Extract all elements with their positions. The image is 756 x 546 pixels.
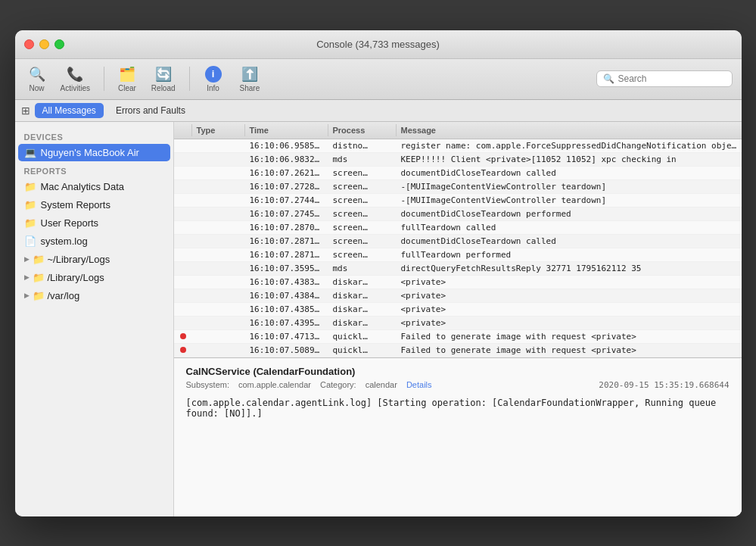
- sidebar-item-mac-analytics[interactable]: 📁 Mac Analytics Data: [18, 178, 170, 195]
- tab-errors-faults[interactable]: Errors and Faults: [108, 103, 193, 118]
- message-cell: fullTeardown called: [397, 222, 742, 233]
- now-icon: 🔍: [29, 66, 45, 83]
- process-cell: screen…: [328, 222, 397, 233]
- table-row[interactable]: 16:10:06.958598distno…register name: com…: [174, 139, 742, 153]
- sidebar-group-library-logs[interactable]: ▶ 📁 ~/Library/Logs: [18, 251, 170, 268]
- time-cell: 16:10:07.274418: [245, 195, 328, 206]
- detail-timestamp: 2020-09-15 15:35:19.668644: [599, 380, 729, 390]
- reload-button[interactable]: 🔄 Reload: [147, 64, 180, 95]
- category-value: calendar: [366, 380, 397, 390]
- table-row[interactable]: 16:10:07.272886screen…-[MUIImageContentV…: [174, 180, 742, 194]
- tab-errors-faults-label: Errors and Faults: [116, 105, 185, 116]
- subsystem-label: Subsystem:: [186, 380, 229, 390]
- table-row[interactable]: 16:10:07.359580mdsdirectQueryFetchResult…: [174, 262, 742, 276]
- process-cell: screen…: [328, 208, 397, 220]
- sidebar-item-system-reports[interactable]: 📁 System Reports: [18, 196, 170, 214]
- sidebar-group-lib-logs-label: /Library/Logs: [48, 272, 104, 283]
- now-label: Now: [29, 84, 44, 92]
- sidebar-group-var-log[interactable]: ▶ 📁 /var/log: [18, 287, 170, 304]
- search-input[interactable]: [618, 73, 726, 84]
- details-link[interactable]: Details: [406, 380, 432, 390]
- message-cell: documentDidCloseTeardown called: [397, 236, 742, 247]
- reports-section-label: Reports: [15, 162, 173, 177]
- type-cell: [192, 186, 245, 187]
- table-row[interactable]: 16:10:07.287116screen…documentDidCloseTe…: [174, 235, 742, 248]
- tab-all-messages[interactable]: All Messages: [35, 103, 104, 118]
- type-cell: [192, 335, 245, 337]
- share-button[interactable]: ⬆️ Share: [234, 64, 266, 95]
- type-cell: [192, 158, 245, 160]
- process-cell: distno…: [328, 140, 397, 151]
- process-cell: screen…: [328, 249, 397, 261]
- type-cell: [192, 322, 245, 323]
- col-header-type: Type: [192, 124, 245, 136]
- error-dot: [180, 333, 186, 339]
- time-cell: 16:10:07.508986: [245, 345, 328, 356]
- sidebar-item-user-reports[interactable]: 📁 User Reports: [18, 214, 170, 232]
- time-cell: 16:10:07.272886: [245, 181, 328, 192]
- file-icon-system-log: 📄: [24, 236, 36, 247]
- sidebar-item-system-log[interactable]: 📄 system.log: [18, 232, 170, 250]
- table-row[interactable]: 16:10:07.471346quickl…Failed to generate…: [174, 330, 742, 344]
- info-icon: i: [205, 66, 222, 83]
- log-rows[interactable]: 16:10:06.958598distno…register name: com…: [174, 139, 742, 357]
- folder-icon-library-logs: 📁: [33, 254, 45, 265]
- info-label: Info: [207, 84, 219, 92]
- table-row[interactable]: 16:10:07.274565screen…documentDidCloseTe…: [174, 207, 742, 221]
- triangle-icon-lib-logs: ▶: [24, 273, 30, 281]
- table-row[interactable]: 16:10:07.438460diskar…<private>: [174, 289, 742, 303]
- type-cell: [192, 295, 245, 296]
- time-cell: 16:10:06.983289: [245, 154, 328, 165]
- share-icon: ⬆️: [241, 66, 258, 83]
- time-cell: 16:10:06.958598: [245, 140, 328, 151]
- sidebar: Devices 💻 Nguyen's MacBook Air Reports 📁…: [15, 122, 174, 516]
- share-label: Share: [240, 84, 260, 92]
- minimize-button[interactable]: [39, 39, 49, 49]
- message-cell: <private>: [397, 317, 742, 329]
- close-button[interactable]: [24, 39, 34, 49]
- maximize-button[interactable]: [54, 39, 64, 49]
- table-row[interactable]: 16:10:07.508986quickl…Failed to generate…: [174, 344, 742, 357]
- col-header-dot: [174, 124, 192, 136]
- subsystem-value: com.apple.calendar: [238, 380, 311, 390]
- col-header-process: Process: [328, 124, 397, 136]
- table-row[interactable]: 16:10:07.438519diskar…<private>: [174, 303, 742, 317]
- clear-button[interactable]: 🗂️ Clear: [114, 64, 141, 95]
- message-cell: -[MUIImageContentViewController teardown…: [397, 195, 742, 206]
- sidebar-item-device-label: Nguyen's MacBook Air: [41, 147, 139, 158]
- message-cell: register name: com.apple.ForceSuppressed…: [397, 140, 742, 151]
- message-cell: fullTeardown performed: [397, 249, 742, 261]
- sidebar-item-macbook[interactable]: 💻 Nguyen's MacBook Air: [18, 144, 170, 161]
- table-row[interactable]: 16:10:06.983289mdsKEEP!!!!! Client <priv…: [174, 153, 742, 167]
- message-cell: KEEP!!!!! Client <private>[11052 11052] …: [397, 154, 742, 165]
- activities-label: Activities: [61, 84, 90, 92]
- detail-pane: CalNCService (CalendarFoundation) Subsys…: [174, 357, 742, 516]
- folder-icon-lib-logs: 📁: [33, 272, 45, 283]
- type-cell: [192, 226, 245, 228]
- table-row[interactable]: 16:10:07.439505diskar…<private>: [174, 317, 742, 330]
- table-row[interactable]: 16:10:07.287196screen…fullTeardown perfo…: [174, 248, 742, 262]
- col-header-time: Time: [245, 124, 328, 136]
- sidebar-group-lib-logs[interactable]: ▶ 📁 /Library/Logs: [18, 269, 170, 286]
- table-row[interactable]: 16:10:07.262186screen…documentDidCloseTe…: [174, 167, 742, 180]
- grid-icon[interactable]: ⊞: [21, 105, 30, 117]
- time-cell: 16:10:07.438460: [245, 290, 328, 301]
- time-cell: 16:10:07.287116: [245, 236, 328, 247]
- table-row[interactable]: 16:10:07.438393diskar…<private>: [174, 276, 742, 289]
- table-row[interactable]: 16:10:07.287005screen…fullTeardown calle…: [174, 221, 742, 235]
- reload-label: Reload: [151, 84, 176, 92]
- error-dot: [180, 347, 186, 353]
- type-cell: [192, 145, 245, 146]
- search-box: 🔍: [596, 70, 733, 87]
- table-row[interactable]: 16:10:07.274418screen…-[MUIImageContentV…: [174, 194, 742, 207]
- app-window: Console (34,733 messages) 🔍 Now 📞 Activi…: [15, 30, 742, 516]
- error-dot-cell: [174, 333, 192, 339]
- info-button[interactable]: i Info: [199, 64, 228, 95]
- toolbar-separator-2: [189, 67, 190, 91]
- process-cell: screen…: [328, 236, 397, 247]
- now-button[interactable]: 🔍 Now: [24, 64, 50, 95]
- time-cell: 16:10:07.471346: [245, 331, 328, 342]
- activities-button[interactable]: 📞 Activities: [56, 64, 95, 95]
- message-cell: Failed to generate image with request <p…: [397, 345, 742, 356]
- window-title: Console (34,733 messages): [316, 39, 440, 50]
